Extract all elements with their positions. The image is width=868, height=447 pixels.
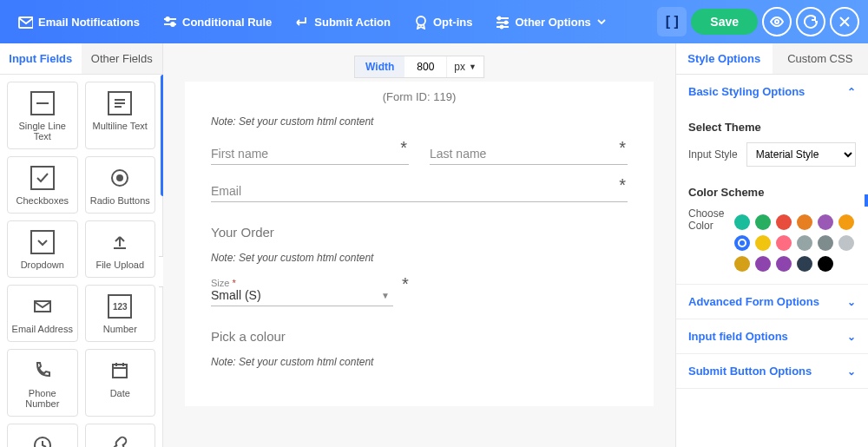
field-multiline-text[interactable]: Multiline Text [85, 82, 156, 149]
color-swatch[interactable] [734, 235, 750, 251]
color-swatch[interactable] [734, 256, 750, 272]
color-swatch[interactable] [776, 235, 792, 251]
width-label: Width [355, 56, 404, 77]
other-options-menu[interactable]: Other Options [485, 9, 615, 35]
optins-label: Opt-ins [433, 16, 473, 29]
conditional-rule-label: Conditional Rule [182, 16, 272, 29]
field-dropdown[interactable]: Dropdown [7, 220, 78, 278]
refresh-icon [804, 15, 818, 29]
svg-rect-15 [113, 365, 127, 378]
chevron-down-icon: ⌄ [847, 331, 856, 343]
svg-point-3 [417, 16, 425, 25]
color-swatch[interactable] [797, 256, 812, 272]
width-input[interactable] [404, 56, 446, 77]
color-swatch[interactable] [838, 235, 854, 251]
select-theme-heading: Select Theme [688, 121, 856, 134]
right-panel: Style Options Custom CSS Basic Styling O… [675, 43, 868, 447]
color-swatch[interactable] [838, 214, 854, 230]
color-swatches [734, 214, 856, 272]
save-button[interactable]: Save [691, 9, 758, 35]
color-swatch[interactable] [797, 235, 812, 251]
canvas-area: Width px▼ (Form ID: 119) Note: Set your … [163, 43, 675, 447]
chevron-up-icon: ⌃ [847, 86, 856, 98]
chevron-down-icon: ▼ [381, 291, 390, 300]
top-toolbar: Email Notifications Conditional Rule Sub… [0, 0, 868, 43]
color-scheme-heading: Color Scheme [688, 186, 856, 199]
size-select[interactable]: Size * Small (S) ▼ [211, 276, 393, 306]
field-email-address[interactable]: Email Address [7, 285, 78, 342]
color-swatch[interactable] [797, 214, 812, 230]
color-swatch[interactable] [818, 235, 833, 251]
color-swatch[interactable] [776, 214, 792, 230]
chevron-down-icon: ⌄ [847, 296, 856, 308]
color-swatch[interactable] [755, 256, 771, 272]
choose-color-label: Choose Color [688, 207, 726, 232]
field-website-url[interactable]: Website/URL [85, 424, 156, 447]
note-text-3: Note: Set your custom html content [211, 356, 628, 368]
note-text: Note: Set your custom html content [211, 115, 628, 128]
chevron-down-icon [596, 16, 607, 27]
input-style-select[interactable]: Material Style [746, 142, 856, 167]
field-number[interactable]: 123Number [85, 285, 156, 342]
chevron-down-icon: ⌄ [847, 365, 856, 378]
optins-menu[interactable]: Opt-ins [404, 9, 482, 35]
submit-action-label: Submit Action [314, 16, 391, 29]
email-notifications-label: Email Notifications [38, 16, 140, 29]
pick-colour-heading: Pick a colour [211, 329, 628, 344]
left-panel: Input Fields Other Fields Single Line Te… [0, 43, 163, 447]
sliders-icon [161, 14, 177, 30]
return-icon [293, 14, 309, 30]
color-swatch[interactable] [734, 214, 750, 230]
tab-custom-css[interactable]: Custom CSS [773, 43, 869, 74]
field-radio-buttons[interactable]: Radio Buttons [85, 156, 156, 214]
svg-point-7 [775, 20, 779, 23]
width-unit-select[interactable]: px▼ [446, 56, 483, 77]
conditional-rule-menu[interactable]: Conditional Rule [153, 9, 280, 35]
form-id-label: (Form ID: 119) [211, 90, 628, 103]
accordion-submit-button[interactable]: Submit Button Options⌄ [676, 354, 868, 388]
color-swatch[interactable] [818, 256, 833, 272]
tab-other-fields[interactable]: Other Fields [82, 43, 163, 74]
email-notifications-menu[interactable]: Email Notifications [9, 9, 148, 35]
field-phone-number[interactable]: Phone Number [7, 349, 78, 417]
close-button[interactable] [830, 7, 859, 36]
brackets-button[interactable]: [ ] [657, 7, 687, 36]
field-single-line-text[interactable]: Single Line Text [7, 82, 78, 149]
badge-icon [412, 14, 428, 30]
your-order-heading: Your Order [211, 225, 628, 240]
svg-point-13 [117, 175, 122, 181]
tab-style-options[interactable]: Style Options [676, 43, 773, 74]
width-control: Width px▼ [354, 56, 484, 78]
color-swatch[interactable] [818, 214, 833, 230]
other-options-label: Other Options [515, 16, 590, 29]
refresh-button[interactable] [796, 7, 825, 36]
color-swatch[interactable] [755, 214, 771, 230]
accordion-advanced-form[interactable]: Advanced Form Options⌄ [676, 285, 868, 319]
last-name-field[interactable]: Last name* [430, 143, 628, 165]
field-grid: Single Line Text Multiline Text Checkbox… [0, 75, 162, 447]
tab-input-fields[interactable]: Input Fields [0, 43, 82, 74]
mail-icon [17, 14, 33, 30]
field-time[interactable]: Time [7, 424, 78, 447]
right-edge-indicator [865, 194, 868, 207]
first-name-field[interactable]: First name* [211, 143, 409, 165]
field-checkboxes[interactable]: Checkboxes [7, 156, 78, 214]
color-swatch[interactable] [755, 235, 771, 251]
field-file-upload[interactable]: File Upload [85, 220, 156, 278]
preview-button[interactable] [762, 7, 792, 36]
submit-action-menu[interactable]: Submit Action [285, 9, 399, 35]
note-text-2: Note: Set your custom html content [211, 252, 628, 264]
settings-sliders-icon [494, 14, 510, 30]
field-date[interactable]: Date [85, 349, 156, 417]
eye-icon [770, 15, 784, 29]
input-style-label: Input Style [688, 148, 738, 161]
color-swatch[interactable] [776, 256, 792, 272]
form-canvas[interactable]: (Form ID: 119) Note: Set your custom htm… [185, 82, 654, 406]
accordion-basic-styling[interactable]: Basic Styling Options ⌃ [676, 75, 868, 108]
close-icon [838, 15, 852, 29]
accordion-input-field[interactable]: Input field Options⌄ [676, 319, 868, 353]
email-field[interactable]: Email* [211, 181, 628, 202]
